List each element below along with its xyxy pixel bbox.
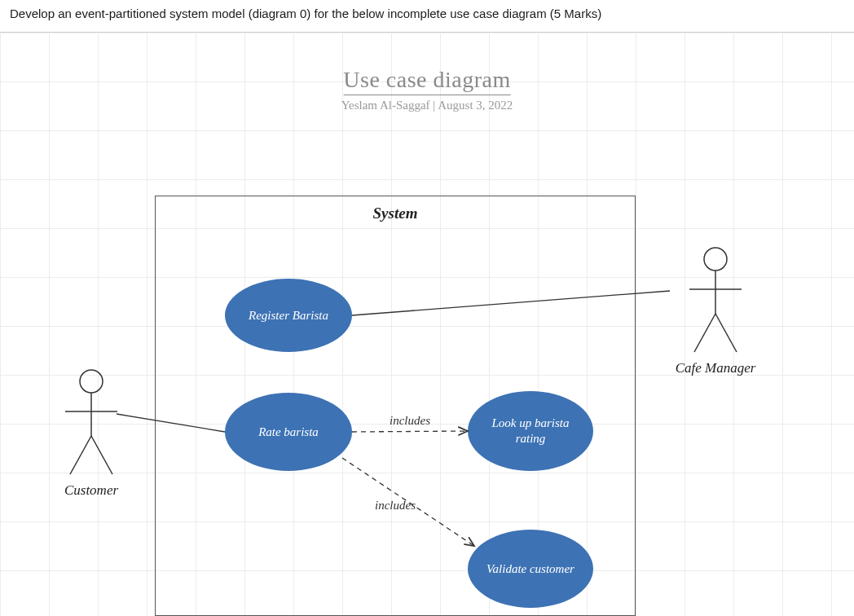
includes-label-2: includes bbox=[375, 499, 416, 513]
actor-icon bbox=[59, 367, 124, 481]
actor-customer: Customer bbox=[51, 367, 132, 499]
includes-label-1: includes bbox=[390, 414, 430, 428]
diagram-subtitle: Yeslam Al-Saggaf | August 3, 2022 bbox=[341, 99, 513, 112]
svg-line-9 bbox=[715, 314, 737, 352]
actor-customer-label: Customer bbox=[51, 482, 132, 499]
question-text: Develop an event-partitioned system mode… bbox=[0, 0, 854, 33]
actor-manager-label: Cafe Manager bbox=[667, 360, 764, 376]
svg-line-8 bbox=[694, 314, 715, 352]
system-label: System bbox=[373, 205, 418, 222]
diagram-title-block: Use case diagram Yeslam Al-Saggaf | Augu… bbox=[341, 67, 513, 112]
svg-line-3 bbox=[70, 436, 91, 474]
usecase-rate-barista: Rate barista bbox=[225, 393, 352, 471]
usecase-label: Register Barista bbox=[249, 308, 328, 323]
diagram-title: Use case diagram bbox=[343, 67, 510, 95]
diagram-author: Yeslam Al-Saggaf bbox=[341, 99, 430, 112]
usecase-validate-customer: Validate customer bbox=[468, 530, 593, 608]
actor-manager: Cafe Manager bbox=[667, 244, 764, 376]
svg-line-4 bbox=[91, 436, 112, 474]
usecase-label: Rate barista bbox=[258, 425, 319, 440]
diagram-canvas: Use case diagram Yeslam Al-Saggaf | Augu… bbox=[0, 33, 854, 616]
diagram-date: August 3, 2022 bbox=[438, 99, 513, 112]
usecase-register-barista: Register Barista bbox=[225, 279, 352, 352]
usecase-label: Look up barista rating bbox=[482, 416, 579, 447]
usecase-label: Validate customer bbox=[486, 561, 574, 577]
actor-icon bbox=[683, 244, 748, 359]
usecase-lookup-rating: Look up barista rating bbox=[468, 391, 593, 471]
svg-point-0 bbox=[80, 370, 103, 393]
svg-point-5 bbox=[704, 248, 727, 271]
